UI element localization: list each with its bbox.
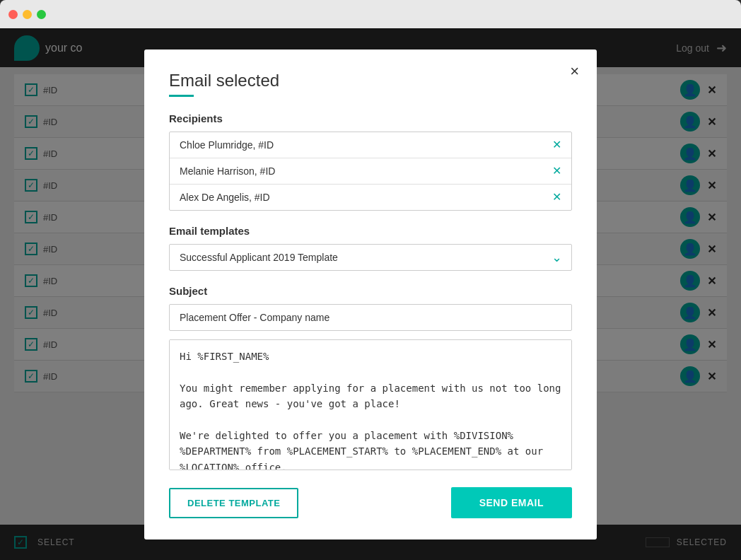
subject-input[interactable]: [169, 304, 572, 331]
subject-label: Subject: [169, 285, 572, 297]
modal-actions: DELETE TEMPLATE SEND EMAIL: [169, 487, 572, 518]
minimize-dot[interactable]: [23, 10, 32, 19]
app-background: your co Log out ➜ ✓ #ID 👤 ✕ ✓ #ID 👤: [0, 28, 741, 560]
recipient-row: Alex De Angelis, #ID ✕: [170, 185, 571, 210]
modal-overlay: × Email selected Recipients Chloe Plumri…: [0, 28, 741, 560]
recipient-remove-button[interactable]: ✕: [552, 192, 561, 203]
recipient-row: Melanie Harrison, #ID ✕: [170, 158, 571, 185]
send-email-button[interactable]: SEND EMAIL: [451, 487, 572, 518]
email-templates-label: Email templates: [169, 225, 572, 237]
maximize-dot[interactable]: [37, 10, 46, 19]
recipient-name: Chloe Plumridge, #ID: [180, 139, 274, 151]
recipients-list: Chloe Plumridge, #ID ✕ Melanie Harrison,…: [169, 132, 572, 211]
browser-chrome: [0, 0, 741, 28]
modal-close-button[interactable]: ×: [570, 64, 579, 79]
close-dot[interactable]: [8, 10, 18, 19]
recipient-row: Chloe Plumridge, #ID ✕: [170, 132, 571, 158]
recipient-name: Melanie Harrison, #ID: [180, 165, 275, 177]
modal-title-underline: [169, 95, 194, 97]
template-dropdown-wrapper: Successful Applicant 2019 Template ⌄: [169, 244, 572, 271]
recipient-name: Alex De Angelis, #ID: [180, 192, 270, 203]
modal-title: Email selected: [169, 71, 572, 91]
template-dropdown[interactable]: Successful Applicant 2019 Template: [169, 244, 572, 271]
recipient-remove-button[interactable]: ✕: [552, 139, 561, 151]
recipient-remove-button[interactable]: ✕: [552, 165, 561, 177]
email-selected-modal: × Email selected Recipients Chloe Plumri…: [144, 49, 597, 539]
email-body-textarea[interactable]: Hi %FIRST_NAME% You might remember apply…: [169, 339, 572, 470]
recipients-label: Recipients: [169, 112, 572, 124]
delete-template-button[interactable]: DELETE TEMPLATE: [169, 488, 298, 518]
